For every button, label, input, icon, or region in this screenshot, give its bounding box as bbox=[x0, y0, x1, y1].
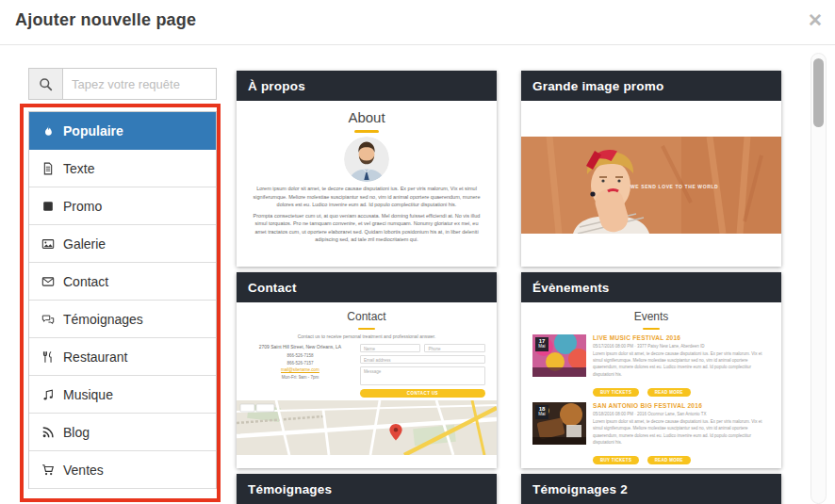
preview-heading: Contact bbox=[237, 302, 497, 323]
sidebar-item-texte[interactable]: Texte bbox=[29, 150, 216, 187]
template-card-title: Évènements bbox=[521, 272, 781, 302]
buy-tickets-button: BUY TICKETS bbox=[593, 388, 639, 397]
sidebar-item-restaurant[interactable]: Restaurant bbox=[29, 338, 216, 376]
search-input[interactable] bbox=[62, 68, 217, 100]
search-icon bbox=[28, 68, 62, 100]
sidebar-item-label: Témoignages bbox=[63, 312, 143, 327]
sidebar-item-label: Populaire bbox=[63, 123, 123, 138]
email-field: Email address bbox=[360, 355, 485, 364]
template-card-about[interactable]: À propos About Lorem ipsum dolor sit ame… bbox=[237, 71, 497, 267]
template-card-contact[interactable]: Contact Contact Contact us to receive pe… bbox=[237, 272, 497, 468]
category-sidebar: Populaire Texte Promo Galerie Contact Té… bbox=[28, 111, 217, 489]
event-month: Mai bbox=[535, 413, 548, 417]
accent-underline bbox=[358, 328, 375, 330]
scrollbar-thumb[interactable] bbox=[813, 58, 824, 127]
contact-info-block: 2709 Saint Hill Street, New Orleans, LA … bbox=[248, 344, 352, 398]
event-meta: 05/18/2016 08:00 PM · 2016 Oconnor Lane,… bbox=[593, 412, 770, 416]
template-preview-promo: WE SEND LOVE TO THE WORLD bbox=[521, 101, 781, 267]
template-card-events[interactable]: Évènements Events 17 Mai bbox=[521, 272, 781, 468]
event-date-badge: 17 Mai bbox=[535, 337, 548, 351]
event-thumbnail: 17 Mai bbox=[532, 334, 586, 377]
preview-subtitle: Contact us to receive personal treatment… bbox=[237, 333, 497, 339]
sidebar-item-label: Restaurant bbox=[63, 350, 127, 365]
add-page-modal: Ajouter nouvelle page ✕ Populaire Texte … bbox=[0, 0, 835, 504]
template-card-title: Contact bbox=[237, 272, 497, 302]
event-title: LIVE MUSIC FESTIVAL 2016 bbox=[593, 334, 770, 341]
phone-field: Phone bbox=[424, 344, 485, 352]
event-meta: 05/17/2016 08:00 PM · 3377 Patsy New Lan… bbox=[593, 344, 770, 349]
phone-text: 866-526-7157 bbox=[248, 360, 352, 367]
contact-preview-columns: 2709 Saint Hill Street, New Orleans, LA … bbox=[248, 344, 485, 398]
sidebar-item-ventes[interactable]: Ventes bbox=[29, 451, 216, 489]
sidebar-item-promo[interactable]: Promo bbox=[29, 187, 216, 225]
file-text-icon bbox=[41, 162, 55, 175]
template-card-testimonials[interactable]: Témoignages bbox=[237, 474, 497, 504]
rss-icon bbox=[41, 426, 55, 439]
buy-tickets-button: BUY TICKETS bbox=[593, 456, 639, 464]
preview-paragraph: Prompta consectetuer cum ut, at quo veni… bbox=[252, 212, 482, 244]
event-date-badge: 18 Mai bbox=[535, 405, 548, 419]
template-preview-contact: Contact Contact us to receive personal t… bbox=[237, 302, 497, 468]
submit-button: CONTACT US bbox=[360, 389, 485, 398]
sidebar-item-label: Texte bbox=[63, 161, 94, 176]
event-item: 17 Mai LIVE MUSIC FESTIVAL 2016 05/17/20… bbox=[532, 334, 770, 398]
fire-icon bbox=[41, 124, 55, 138]
event-thumbnail: 18 Mai bbox=[532, 402, 586, 445]
read-more-button: READ MORE bbox=[647, 388, 691, 397]
event-item: 18 Mai SAN ANTONIO BIG FESTIVAL 2016 05/… bbox=[532, 402, 770, 465]
event-excerpt: Lorem ipsum dolor sit amet, te decore ca… bbox=[593, 350, 770, 379]
template-preview-about: About Lorem ipsum dolor sit amet, te dec… bbox=[237, 101, 497, 267]
sidebar-item-label: Promo bbox=[63, 199, 102, 214]
comments-icon bbox=[41, 313, 55, 326]
event-excerpt: Lorem ipsum dolor sit amet, te decore ca… bbox=[593, 418, 770, 447]
address-text: 2709 Saint Hill Street, New Orleans, LA bbox=[248, 344, 352, 350]
sidebar-item-galerie[interactable]: Galerie bbox=[29, 225, 216, 263]
map-preview bbox=[237, 400, 497, 455]
template-card-testimonials2[interactable]: Témoignages 2 bbox=[521, 474, 781, 504]
square-icon bbox=[41, 200, 55, 213]
preview-heading: About bbox=[237, 101, 497, 125]
music-icon bbox=[41, 388, 55, 401]
template-preview-events: Events 17 Mai bbox=[521, 302, 781, 468]
template-card-promo[interactable]: Grande image promo bbox=[521, 71, 781, 267]
sidebar-item-label: Blog bbox=[63, 425, 90, 440]
accent-underline bbox=[643, 328, 660, 330]
cart-icon bbox=[41, 463, 55, 477]
sidebar-item-blog[interactable]: Blog bbox=[29, 414, 216, 451]
envelope-icon bbox=[41, 275, 55, 288]
sidebar-item-label: Musique bbox=[63, 387, 113, 402]
read-more-button: READ MORE bbox=[647, 456, 691, 464]
phone-text: 866-526-7158 bbox=[248, 352, 352, 360]
image-icon bbox=[41, 237, 55, 251]
cutlery-icon bbox=[41, 350, 55, 364]
hours-text: Mon-Fri: 9am - 7pm bbox=[248, 374, 352, 382]
contact-form-preview: Name Phone Email address Message CONTACT… bbox=[360, 344, 485, 398]
accent-underline bbox=[354, 130, 379, 133]
message-field: Message bbox=[360, 366, 485, 385]
event-title: SAN ANTONIO BIG FESTIVAL 2016 bbox=[593, 402, 770, 409]
template-card-title: Témoignages 2 bbox=[521, 474, 781, 504]
close-icon[interactable]: ✕ bbox=[808, 8, 823, 34]
sidebar-item-populaire[interactable]: Populaire bbox=[29, 112, 216, 150]
email-link: mail@sitename.com bbox=[248, 366, 352, 374]
preview-heading: Events bbox=[521, 302, 781, 323]
sidebar-item-label: Contact bbox=[63, 274, 108, 289]
template-card-title: À propos bbox=[237, 71, 497, 101]
promo-overlay-text: WE SEND LOVE TO THE WORLD bbox=[630, 184, 718, 189]
name-field: Name bbox=[360, 344, 421, 352]
sidebar-item-musique[interactable]: Musique bbox=[29, 376, 216, 414]
template-card-title: Grande image promo bbox=[521, 71, 781, 101]
template-card-title: Témoignages bbox=[237, 474, 497, 504]
sidebar-item-temoignages[interactable]: Témoignages bbox=[29, 301, 216, 338]
sidebar-item-label: Galerie bbox=[63, 236, 106, 252]
search-bar bbox=[28, 68, 217, 100]
sidebar-item-contact[interactable]: Contact bbox=[29, 263, 216, 301]
avatar bbox=[344, 137, 389, 182]
preview-paragraph: Lorem ipsum dolor sit amet, te decore ca… bbox=[252, 185, 482, 209]
page-title: Ajouter nouvelle page bbox=[15, 10, 196, 30]
sidebar-item-label: Ventes bbox=[63, 463, 104, 478]
modal-header: Ajouter nouvelle page ✕ bbox=[0, 0, 835, 45]
event-month: Mai bbox=[535, 345, 548, 350]
